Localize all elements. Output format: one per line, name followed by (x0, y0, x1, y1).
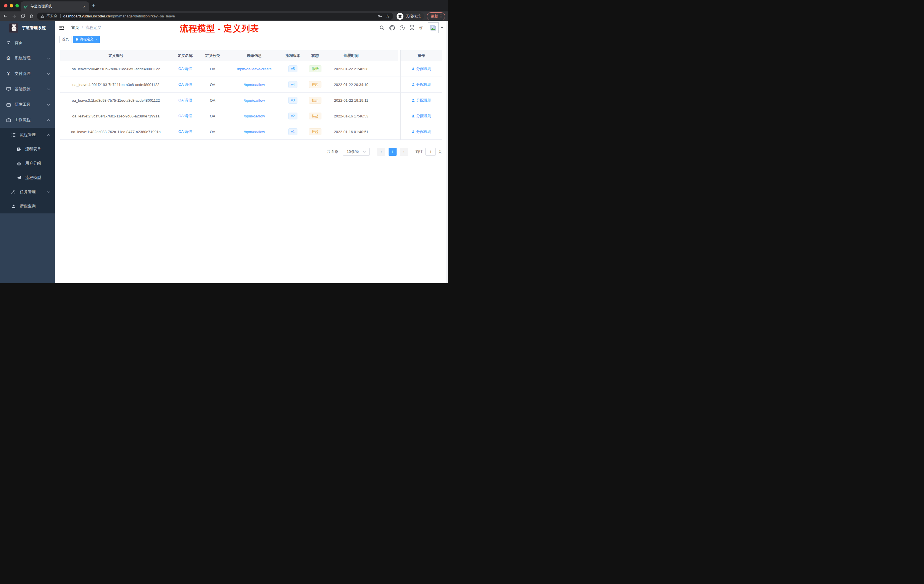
chevron-down-icon (47, 191, 50, 193)
browser-tab[interactable]: 芋道管理系统 × (21, 2, 89, 12)
sidebar-item-label: 工作流程 (15, 117, 31, 122)
form-link[interactable]: /bpm/oa/flow (244, 130, 265, 134)
form-edit-icon (16, 147, 22, 152)
status-badge: 挂起 (309, 112, 322, 119)
app-logo-row[interactable]: 芋道管理系统 (0, 21, 55, 35)
prev-page-button[interactable]: ‹ (377, 148, 385, 156)
form-link[interactable]: /bpm/oa/flow (244, 98, 265, 102)
sidebar: 芋道管理系统 首页 ⚙ 系统管理 ¥ 支付管理 (0, 21, 55, 283)
cell-id: oa_leave:1:482ec033-762a-11ec-8477-a2380… (60, 124, 172, 140)
sidebar-item-system[interactable]: ⚙ 系统管理 (0, 51, 55, 66)
browser-menu-dots-icon[interactable] (441, 14, 441, 18)
app-logo-rabbit (9, 23, 18, 33)
assign-rule-link[interactable]: 分配规则 (411, 66, 431, 71)
cell-category: OA (199, 124, 226, 140)
user-avatar-menu[interactable] (428, 22, 444, 33)
goto-label: 前往 (416, 149, 423, 154)
sidebar-item-process-management[interactable]: 流程管理 (0, 128, 55, 142)
tag-close-icon[interactable]: × (96, 38, 97, 41)
address-bar[interactable]: 不安全 dashboard.yudao.iocoder.cn/bpm/manag… (37, 13, 393, 20)
form-link[interactable]: /bpm/oa/flow (244, 114, 265, 118)
sidebar-item-home[interactable]: 首页 (0, 35, 55, 51)
tab-title: 芋道管理系统 (31, 4, 82, 9)
sidebar-item-payment[interactable]: ¥ 支付管理 (0, 66, 55, 81)
table-row: oa_leave:2:3c1f0ef1-76b1-11ec-9c66-a2380… (60, 108, 442, 124)
sidebar-fold-icon[interactable] (59, 26, 64, 30)
sidebar-item-user-group[interactable]: 用户分组 (0, 156, 55, 171)
sidebar-item-label: 研发工具 (15, 102, 31, 107)
sidebar-item-label: 流程模型 (25, 175, 41, 180)
page-content: 定义编号 定义名称 定义分类 表单信息 流程版本 状态 部署时间 操作 oa_l… (55, 44, 448, 283)
cell-deploy-time: 2022-01-22 21:48:38 (327, 61, 375, 77)
close-window-button[interactable] (4, 4, 7, 7)
forward-icon[interactable] (12, 14, 16, 18)
tab-close-icon[interactable]: × (82, 4, 86, 9)
table-row: oa_leave:5:004b710b-7b8a-11ec-8ef0-acde4… (60, 61, 442, 77)
user-icon (411, 83, 415, 86)
tag-home[interactable]: 首页 (59, 36, 71, 43)
zoom-window-button[interactable] (15, 4, 19, 7)
home-icon[interactable] (29, 14, 34, 18)
breadcrumb-home[interactable]: 首页 (71, 25, 79, 30)
assign-rule-link[interactable]: 分配规则 (411, 82, 431, 87)
yen-icon: ¥ (6, 71, 11, 76)
tag-label: 首页 (62, 37, 69, 42)
cell-category: OA (199, 92, 226, 108)
cell-category: OA (199, 61, 226, 77)
new-tab-button[interactable]: + (92, 2, 96, 9)
version-badge: v2 (288, 112, 298, 119)
definition-name-link[interactable]: OA 请假 (178, 129, 192, 134)
avatar-broken-image-icon (428, 22, 439, 33)
browser-scrollbar[interactable] (446, 21, 448, 283)
form-link[interactable]: /bpm/oa/flow (244, 82, 265, 87)
definition-name-link[interactable]: OA 请假 (178, 66, 192, 71)
chevron-up-icon (47, 134, 50, 136)
current-page-button[interactable]: 1 (389, 148, 396, 156)
browser-update-button[interactable]: 更新 (427, 12, 445, 20)
sidebar-item-leave-query[interactable]: 请假查询 (0, 199, 55, 213)
sidebar-item-task-management[interactable]: 任务管理 (0, 185, 55, 199)
cell-deploy-time: 2022-01-16 17:46:53 (327, 108, 375, 124)
search-icon[interactable] (380, 25, 384, 30)
next-page-button[interactable]: › (400, 148, 408, 156)
assign-rule-link[interactable]: 分配规则 (411, 114, 431, 119)
app-navbar: 首页 / 流程定义 流程模型 - 定义列表 ? tT (55, 21, 448, 35)
sidebar-item-label: 系统管理 (15, 56, 31, 61)
minimize-window-button[interactable] (10, 4, 13, 7)
back-icon[interactable] (3, 14, 8, 18)
reload-icon[interactable] (21, 14, 25, 18)
sidebar-item-workflow[interactable]: 工作流程 (0, 112, 55, 128)
sidebar-item-label: 流程管理 (20, 132, 36, 137)
url-host: dashboard.yudao.iocoder.cn (63, 14, 110, 18)
user-icon (411, 114, 415, 118)
fullscreen-icon[interactable] (409, 25, 414, 30)
form-link[interactable]: /bpm/oa/leave/create (237, 67, 271, 71)
font-size-icon[interactable]: tT (419, 25, 423, 30)
chevron-down-icon (47, 104, 50, 106)
sidebar-item-process-model[interactable]: 流程模型 (0, 171, 55, 185)
github-icon[interactable] (389, 25, 395, 31)
definition-name-link[interactable]: OA 请假 (178, 98, 192, 103)
assign-rule-link[interactable]: 分配规则 (411, 98, 431, 103)
bookmark-star-icon[interactable]: ☆ (386, 13, 390, 19)
org-tree-icon (11, 190, 16, 194)
sidebar-item-infrastructure[interactable]: 基础设施 (0, 81, 55, 97)
monitor-icon (6, 87, 11, 91)
security-label[interactable]: 不安全 (46, 14, 58, 18)
definition-table: 定义编号 定义名称 定义分类 表单信息 流程版本 状态 部署时间 操作 oa_l… (60, 50, 442, 140)
col-header-form: 表单信息 (226, 50, 282, 61)
help-icon[interactable]: ? (400, 25, 404, 30)
page-size-select[interactable]: 10条/页 (343, 148, 370, 156)
cell-id: oa_leave:3:1fad3d93-7b75-11ec-a3c8-acde4… (60, 92, 172, 108)
definition-name-link[interactable]: OA 请假 (178, 114, 192, 119)
password-key-icon[interactable] (378, 14, 382, 18)
cell-deploy-time: 2022-01-22 19:19:11 (327, 92, 375, 108)
col-header-gap (398, 50, 400, 61)
tag-process-definition[interactable]: 流程定义 × (73, 36, 100, 43)
chevron-down-icon (47, 88, 50, 90)
definition-name-link[interactable]: OA 请假 (178, 82, 192, 87)
sidebar-item-process-form[interactable]: 流程表单 (0, 142, 55, 156)
assign-rule-link[interactable]: 分配规则 (411, 129, 431, 134)
goto-page-input[interactable] (426, 148, 436, 156)
sidebar-item-devtools[interactable]: 研发工具 (0, 97, 55, 112)
